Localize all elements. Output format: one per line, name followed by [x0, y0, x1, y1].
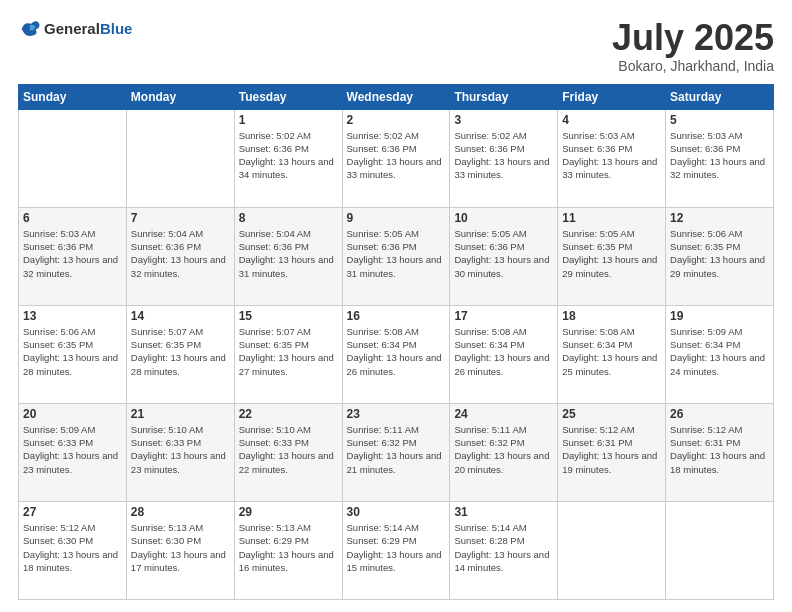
calendar-cell — [666, 501, 774, 599]
day-header-friday: Friday — [558, 84, 666, 109]
calendar-cell: 17Sunrise: 5:08 AM Sunset: 6:34 PM Dayli… — [450, 305, 558, 403]
day-number: 6 — [23, 211, 122, 225]
calendar-cell: 24Sunrise: 5:11 AM Sunset: 6:32 PM Dayli… — [450, 403, 558, 501]
day-number: 27 — [23, 505, 122, 519]
location: Bokaro, Jharkhand, India — [612, 58, 774, 74]
calendar-cell: 20Sunrise: 5:09 AM Sunset: 6:33 PM Dayli… — [19, 403, 127, 501]
day-detail: Sunrise: 5:06 AM Sunset: 6:35 PM Dayligh… — [23, 325, 122, 378]
calendar-cell: 22Sunrise: 5:10 AM Sunset: 6:33 PM Dayli… — [234, 403, 342, 501]
calendar-cell: 14Sunrise: 5:07 AM Sunset: 6:35 PM Dayli… — [126, 305, 234, 403]
day-detail: Sunrise: 5:04 AM Sunset: 6:36 PM Dayligh… — [131, 227, 230, 280]
calendar-cell: 6Sunrise: 5:03 AM Sunset: 6:36 PM Daylig… — [19, 207, 127, 305]
day-number: 4 — [562, 113, 661, 127]
calendar-cell: 27Sunrise: 5:12 AM Sunset: 6:30 PM Dayli… — [19, 501, 127, 599]
calendar-cell: 4Sunrise: 5:03 AM Sunset: 6:36 PM Daylig… — [558, 109, 666, 207]
day-detail: Sunrise: 5:12 AM Sunset: 6:31 PM Dayligh… — [670, 423, 769, 476]
calendar-cell: 13Sunrise: 5:06 AM Sunset: 6:35 PM Dayli… — [19, 305, 127, 403]
day-detail: Sunrise: 5:09 AM Sunset: 6:34 PM Dayligh… — [670, 325, 769, 378]
calendar-cell: 28Sunrise: 5:13 AM Sunset: 6:30 PM Dayli… — [126, 501, 234, 599]
day-detail: Sunrise: 5:09 AM Sunset: 6:33 PM Dayligh… — [23, 423, 122, 476]
calendar-cell: 11Sunrise: 5:05 AM Sunset: 6:35 PM Dayli… — [558, 207, 666, 305]
day-number: 19 — [670, 309, 769, 323]
day-header-tuesday: Tuesday — [234, 84, 342, 109]
day-detail: Sunrise: 5:10 AM Sunset: 6:33 PM Dayligh… — [239, 423, 338, 476]
day-header-wednesday: Wednesday — [342, 84, 450, 109]
calendar-cell: 1Sunrise: 5:02 AM Sunset: 6:36 PM Daylig… — [234, 109, 342, 207]
calendar-cell — [558, 501, 666, 599]
day-detail: Sunrise: 5:12 AM Sunset: 6:31 PM Dayligh… — [562, 423, 661, 476]
calendar-cell: 25Sunrise: 5:12 AM Sunset: 6:31 PM Dayli… — [558, 403, 666, 501]
day-number: 20 — [23, 407, 122, 421]
logo: GeneralBlue — [18, 18, 132, 40]
calendar-cell: 29Sunrise: 5:13 AM Sunset: 6:29 PM Dayli… — [234, 501, 342, 599]
day-number: 13 — [23, 309, 122, 323]
day-header-thursday: Thursday — [450, 84, 558, 109]
day-number: 15 — [239, 309, 338, 323]
logo-blue: Blue — [100, 20, 133, 37]
day-detail: Sunrise: 5:08 AM Sunset: 6:34 PM Dayligh… — [454, 325, 553, 378]
day-detail: Sunrise: 5:14 AM Sunset: 6:29 PM Dayligh… — [347, 521, 446, 574]
calendar-cell: 26Sunrise: 5:12 AM Sunset: 6:31 PM Dayli… — [666, 403, 774, 501]
day-number: 9 — [347, 211, 446, 225]
day-detail: Sunrise: 5:02 AM Sunset: 6:36 PM Dayligh… — [454, 129, 553, 182]
day-detail: Sunrise: 5:13 AM Sunset: 6:29 PM Dayligh… — [239, 521, 338, 574]
logo-general: General — [44, 20, 100, 37]
day-number: 16 — [347, 309, 446, 323]
calendar-cell: 21Sunrise: 5:10 AM Sunset: 6:33 PM Dayli… — [126, 403, 234, 501]
header: GeneralBlue July 2025 Bokaro, Jharkhand,… — [18, 18, 774, 74]
calendar-cell: 10Sunrise: 5:05 AM Sunset: 6:36 PM Dayli… — [450, 207, 558, 305]
calendar-cell: 30Sunrise: 5:14 AM Sunset: 6:29 PM Dayli… — [342, 501, 450, 599]
day-number: 21 — [131, 407, 230, 421]
calendar-cell: 2Sunrise: 5:02 AM Sunset: 6:36 PM Daylig… — [342, 109, 450, 207]
day-number: 22 — [239, 407, 338, 421]
day-number: 3 — [454, 113, 553, 127]
calendar-cell: 15Sunrise: 5:07 AM Sunset: 6:35 PM Dayli… — [234, 305, 342, 403]
calendar-cell: 18Sunrise: 5:08 AM Sunset: 6:34 PM Dayli… — [558, 305, 666, 403]
day-number: 5 — [670, 113, 769, 127]
day-number: 14 — [131, 309, 230, 323]
day-detail: Sunrise: 5:08 AM Sunset: 6:34 PM Dayligh… — [562, 325, 661, 378]
days-row: SundayMondayTuesdayWednesdayThursdayFrid… — [19, 84, 774, 109]
day-number: 11 — [562, 211, 661, 225]
title-area: July 2025 Bokaro, Jharkhand, India — [612, 18, 774, 74]
calendar-body: 1Sunrise: 5:02 AM Sunset: 6:36 PM Daylig… — [19, 109, 774, 599]
day-number: 30 — [347, 505, 446, 519]
calendar-table: SundayMondayTuesdayWednesdayThursdayFrid… — [18, 84, 774, 600]
day-detail: Sunrise: 5:03 AM Sunset: 6:36 PM Dayligh… — [562, 129, 661, 182]
day-number: 10 — [454, 211, 553, 225]
day-number: 17 — [454, 309, 553, 323]
calendar-cell: 31Sunrise: 5:14 AM Sunset: 6:28 PM Dayli… — [450, 501, 558, 599]
day-number: 26 — [670, 407, 769, 421]
day-detail: Sunrise: 5:03 AM Sunset: 6:36 PM Dayligh… — [670, 129, 769, 182]
day-detail: Sunrise: 5:14 AM Sunset: 6:28 PM Dayligh… — [454, 521, 553, 574]
calendar-cell: 16Sunrise: 5:08 AM Sunset: 6:34 PM Dayli… — [342, 305, 450, 403]
week-row-3: 13Sunrise: 5:06 AM Sunset: 6:35 PM Dayli… — [19, 305, 774, 403]
day-number: 8 — [239, 211, 338, 225]
day-number: 7 — [131, 211, 230, 225]
day-detail: Sunrise: 5:13 AM Sunset: 6:30 PM Dayligh… — [131, 521, 230, 574]
calendar-header: SundayMondayTuesdayWednesdayThursdayFrid… — [19, 84, 774, 109]
day-detail: Sunrise: 5:11 AM Sunset: 6:32 PM Dayligh… — [454, 423, 553, 476]
day-detail: Sunrise: 5:05 AM Sunset: 6:36 PM Dayligh… — [347, 227, 446, 280]
day-detail: Sunrise: 5:06 AM Sunset: 6:35 PM Dayligh… — [670, 227, 769, 280]
calendar-cell — [19, 109, 127, 207]
day-detail: Sunrise: 5:05 AM Sunset: 6:36 PM Dayligh… — [454, 227, 553, 280]
calendar-cell: 5Sunrise: 5:03 AM Sunset: 6:36 PM Daylig… — [666, 109, 774, 207]
day-header-saturday: Saturday — [666, 84, 774, 109]
week-row-1: 1Sunrise: 5:02 AM Sunset: 6:36 PM Daylig… — [19, 109, 774, 207]
day-detail: Sunrise: 5:05 AM Sunset: 6:35 PM Dayligh… — [562, 227, 661, 280]
day-header-monday: Monday — [126, 84, 234, 109]
day-number: 31 — [454, 505, 553, 519]
day-number: 1 — [239, 113, 338, 127]
day-header-sunday: Sunday — [19, 84, 127, 109]
calendar-cell: 8Sunrise: 5:04 AM Sunset: 6:36 PM Daylig… — [234, 207, 342, 305]
logo-icon — [18, 18, 40, 40]
calendar-cell — [126, 109, 234, 207]
day-detail: Sunrise: 5:04 AM Sunset: 6:36 PM Dayligh… — [239, 227, 338, 280]
day-number: 23 — [347, 407, 446, 421]
calendar-cell: 12Sunrise: 5:06 AM Sunset: 6:35 PM Dayli… — [666, 207, 774, 305]
calendar-cell: 9Sunrise: 5:05 AM Sunset: 6:36 PM Daylig… — [342, 207, 450, 305]
calendar-cell: 3Sunrise: 5:02 AM Sunset: 6:36 PM Daylig… — [450, 109, 558, 207]
day-number: 2 — [347, 113, 446, 127]
day-detail: Sunrise: 5:02 AM Sunset: 6:36 PM Dayligh… — [239, 129, 338, 182]
